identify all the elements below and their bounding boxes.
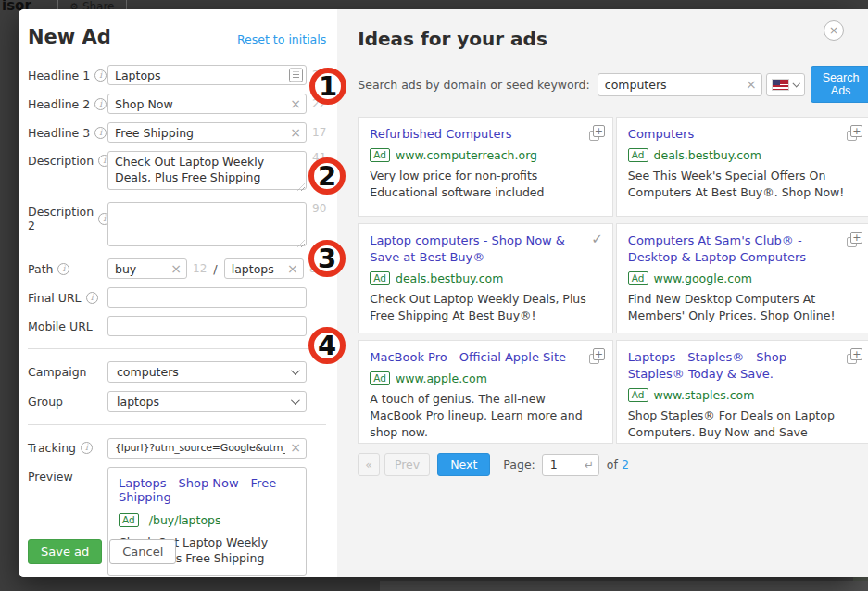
clear-icon[interactable]: × <box>287 262 298 275</box>
ad-title-link[interactable]: Computers <box>628 126 845 143</box>
clear-icon[interactable]: × <box>290 97 301 110</box>
description-textarea[interactable]: Check Out Laptop Weekly Deals, Plus Free… <box>107 151 307 190</box>
reset-to-initials-link[interactable]: Reset to initials <box>237 32 326 46</box>
path-label: Path <box>28 262 53 276</box>
page-title: New Ad <box>28 26 111 48</box>
first-page-button[interactable]: « <box>358 453 380 476</box>
section-divider <box>28 424 326 425</box>
ad-badge: Ad <box>628 388 648 402</box>
ad-domain: deals.bestbuy.com <box>396 271 503 285</box>
campaign-selected-value: computers <box>117 365 179 379</box>
clear-icon[interactable]: × <box>170 262 182 275</box>
ad-title-link[interactable]: Refurbished Computers <box>370 126 586 143</box>
preview-ad-title: Laptops - Shop Now - Free Shipping <box>119 476 296 504</box>
headline1-label: Headline 1 <box>28 69 90 82</box>
mobile-url-label: Mobile URL <box>28 320 93 333</box>
chevron-down-icon <box>792 80 799 87</box>
headline3-input[interactable] <box>107 122 307 143</box>
ad-badge: Ad <box>628 271 648 285</box>
headline3-label: Headline 3 <box>28 126 90 140</box>
copy-to-form-icon[interactable]: + <box>847 232 862 247</box>
tracking-input[interactable] <box>107 438 307 459</box>
final-url-label: Final URL <box>28 291 82 305</box>
ad-idea-card: Refurbished Computers Adwww.computerreac… <box>358 117 613 217</box>
description-label: Description <box>28 154 94 168</box>
copy-to-form-icon[interactable]: + <box>589 348 605 364</box>
country-select[interactable] <box>766 73 805 96</box>
group-selected-value: laptops <box>117 395 159 409</box>
ad-domain: www.staples.com <box>654 388 755 402</box>
ad-badge: Ad <box>628 148 648 162</box>
ad-title-link[interactable]: Laptop computers - Shop Now & Save at Be… <box>370 233 586 266</box>
headline1-input[interactable] <box>107 65 307 85</box>
insert-keyword-icon[interactable] <box>289 69 303 82</box>
save-ad-button[interactable]: Save ad <box>28 539 102 564</box>
ad-description: Very low price for non-profits Education… <box>370 168 586 201</box>
chevron-down-icon <box>291 366 300 375</box>
page-label: Page: <box>503 458 535 472</box>
group-label: Group <box>28 395 63 409</box>
ad-idea-card: MacBook Pro - Official Apple Site Adwww.… <box>358 340 613 444</box>
copy-to-form-icon[interactable]: + <box>847 125 862 141</box>
ad-description: Check Out Laptop Weekly Deals, Plus Free… <box>370 291 586 324</box>
final-url-input[interactable] <box>107 287 307 308</box>
ad-description: Find New Desktop Computers At Members' O… <box>628 291 845 324</box>
selected-check-icon: ✓ <box>591 231 603 247</box>
info-icon[interactable]: i <box>81 442 93 454</box>
annotation-circle-3: 3 <box>308 240 346 277</box>
ad-idea-card: Computers Addeals.bestbuy.com See This W… <box>616 117 868 217</box>
ad-title-link[interactable]: MacBook Pro - Official Apple Site <box>370 349 586 366</box>
us-flag-icon <box>773 80 788 90</box>
next-page-button[interactable]: Next <box>437 453 490 476</box>
new-ad-form-panel: New Ad Reset to initials Headline 1i 23 … <box>19 9 337 577</box>
ad-domain: www.apple.com <box>396 371 487 385</box>
annotation-circle-1: 1 <box>309 68 346 105</box>
ad-description: A touch of genius. The all-new MacBook P… <box>370 391 586 440</box>
search-input[interactable] <box>598 73 762 96</box>
ideas-title: Ideas for your ads <box>358 28 868 50</box>
info-icon[interactable]: i <box>94 98 107 110</box>
copy-to-form-icon[interactable]: + <box>847 348 862 364</box>
char-counter: 12 <box>193 262 207 275</box>
ad-ideas-grid: Refurbished Computers Adwww.computerreac… <box>358 117 868 444</box>
ad-title-link[interactable]: Laptops - Staples® - Shop Staples® Today… <box>628 349 845 383</box>
close-icon[interactable]: × <box>824 20 844 41</box>
of-label: of <box>607 458 618 472</box>
headline2-label: Headline 2 <box>28 97 90 111</box>
group-select[interactable]: laptops <box>107 391 307 412</box>
copy-to-form-icon[interactable]: + <box>589 125 605 141</box>
path-separator: / <box>213 262 217 276</box>
char-counter: 17 <box>312 126 326 139</box>
ad-description: Shop Staples® For Deals on Laptop Comput… <box>628 408 845 444</box>
campaign-select[interactable]: computers <box>107 361 307 383</box>
search-ads-button[interactable]: Search Ads <box>811 66 868 103</box>
chevron-down-icon <box>291 396 300 405</box>
clear-icon[interactable]: × <box>290 126 301 139</box>
info-icon[interactable]: i <box>57 263 69 275</box>
tracking-label: Tracking <box>28 441 76 455</box>
headline2-input[interactable] <box>107 94 307 114</box>
backdrop-strip <box>380 581 868 591</box>
preview-ad-url: /buy/laptops <box>149 513 221 527</box>
ad-domain: www.computerreach.org <box>396 148 537 162</box>
ad-ideas-panel: Ideas for your ads Search ads by domain … <box>337 9 868 577</box>
ad-idea-card: Computers At Sam's Club® - Desktop & Lap… <box>616 223 868 333</box>
ad-idea-card-selected: Laptop computers - Shop Now & Save at Be… <box>358 223 613 333</box>
ad-domain: www.google.com <box>654 271 753 285</box>
ad-title-link[interactable]: Computers At Sam's Club® - Desktop & Lap… <box>628 233 845 266</box>
clear-icon[interactable]: × <box>290 441 301 454</box>
description2-textarea[interactable] <box>107 202 307 246</box>
char-counter: 90 <box>312 202 326 215</box>
ad-idea-card: Laptops - Staples® - Shop Staples® Today… <box>616 340 868 444</box>
ad-description: See This Week's Special Offers On Comput… <box>628 168 845 201</box>
cancel-button[interactable]: Cancel <box>109 539 176 564</box>
prev-page-button[interactable]: Prev <box>384 453 430 476</box>
info-icon[interactable]: i <box>94 69 107 82</box>
info-icon[interactable]: i <box>86 292 98 304</box>
mobile-url-input[interactable] <box>107 316 307 336</box>
clear-icon[interactable]: × <box>746 78 757 91</box>
ad-badge: Ad <box>119 513 139 527</box>
info-icon[interactable]: i <box>94 127 107 139</box>
campaign-label: Campaign <box>28 365 87 379</box>
return-icon: ↵ <box>585 459 594 472</box>
